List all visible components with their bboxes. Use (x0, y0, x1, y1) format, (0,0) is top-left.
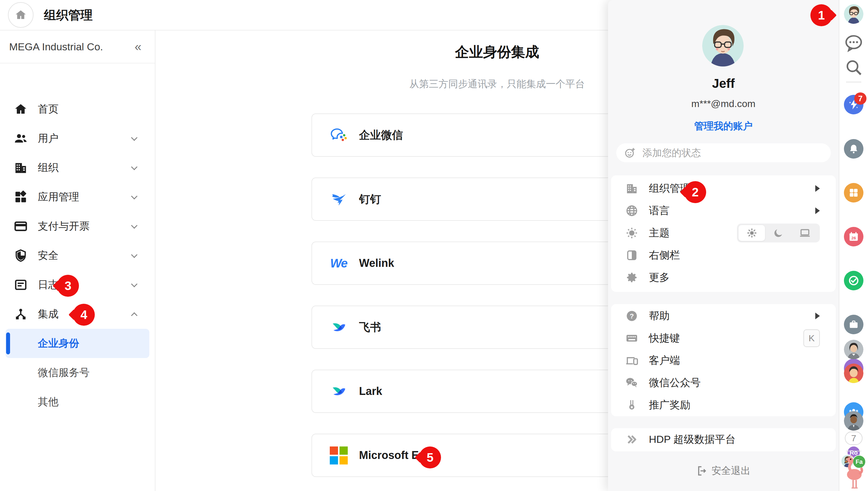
devices-icon (625, 354, 639, 367)
rail-apps-button[interactable] (844, 183, 863, 202)
sidebar-subitem-label: 企业身份 (38, 336, 79, 350)
card-label: 钉钉 (359, 192, 381, 207)
annotation-marker-1: 1 (810, 4, 832, 26)
panel-help-card: ? 帮助 快捷键 K 客户端 微信公众号 推广奖励 (611, 304, 836, 416)
collapse-sidebar-icon[interactable]: « (135, 40, 142, 53)
log-icon (13, 278, 28, 292)
menu-item-more[interactable]: 更多 (611, 266, 836, 289)
menu-item-org-management[interactable]: 组织管理 (611, 177, 836, 199)
sidebar-nav: 首页 用户 组织 应用管理 支付与开票 安全 日志 (0, 94, 155, 416)
chevron-down-icon (131, 281, 137, 287)
chevron-right-icon (815, 185, 820, 192)
sidebar: MEGA Industrial Co. « 首页 用户 组织 应用管理 支付与开… (0, 30, 155, 491)
apps-icon (13, 190, 28, 204)
welink-logo-text: We (330, 257, 347, 270)
theme-dark-button[interactable] (765, 225, 792, 241)
rail-contact-avatar-boy[interactable] (844, 364, 863, 383)
menu-item-label: 语言 (649, 204, 670, 218)
menu-item-label: 推广奖励 (649, 398, 690, 412)
sidebar-item-organization[interactable]: 组织 (0, 153, 155, 182)
sidebar-subitem-enterprise-identity[interactable]: 企业身份 (5, 329, 149, 358)
menu-item-wechat-official[interactable]: 微信公众号 (611, 371, 836, 394)
rail-search-button[interactable] (844, 58, 863, 77)
gear-icon (625, 271, 639, 284)
menu-item-referral-rewards[interactable]: 推广奖励 (611, 394, 836, 416)
sidebar-item-label: 集成 (38, 307, 59, 321)
card-label: 企业微信 (359, 128, 403, 143)
menu-item-language[interactable]: 语言 (611, 199, 836, 222)
building-icon (625, 182, 639, 195)
help-icon: ? (625, 309, 639, 323)
right-rail: 7 26 Ro Ro Fa (839, 0, 868, 491)
integration-icon (13, 307, 28, 321)
rail-notifications-lightning-button[interactable]: 7 (844, 95, 863, 114)
chevron-up-icon (131, 312, 137, 318)
status-field[interactable] (616, 143, 831, 162)
sidebar-item-apps[interactable]: 应用管理 (0, 182, 155, 212)
credit-card-icon (13, 219, 28, 234)
theme-segmented-control (737, 224, 820, 242)
menu-item-hdp[interactable]: HDP 超级数据平台 (611, 428, 836, 451)
add-status-emoji-icon (624, 147, 636, 158)
svg-text:?: ? (630, 312, 634, 320)
wecom-icon (329, 126, 348, 145)
feishu-icon (329, 318, 348, 337)
menu-item-help[interactable]: ? 帮助 (611, 305, 836, 327)
manage-account-link[interactable]: 管理我的账户 (608, 120, 839, 133)
menu-item-shortcuts[interactable]: 快捷键 K (611, 327, 836, 349)
rail-briefcase-button[interactable] (844, 315, 863, 334)
dingtalk-icon (329, 190, 348, 209)
user-menu-panel: Jeff m***@md.com 管理我的账户 组织管理 语言 主题 (608, 0, 839, 491)
annotation-marker-3: 3 (57, 275, 79, 297)
card-label: Lark (359, 385, 382, 398)
status-input[interactable] (643, 147, 813, 158)
logout-label: 安全退出 (712, 464, 751, 478)
page-title: 组织管理 (44, 7, 93, 24)
sidebar-item-billing[interactable]: 支付与开票 (0, 212, 155, 241)
sidebar-item-label: 组织 (38, 161, 59, 175)
chevron-down-icon (131, 251, 137, 258)
rail-more-contacts-count[interactable]: 7 (845, 432, 863, 445)
sidebar-item-home[interactable]: 首页 (0, 94, 155, 124)
panel-hdp-card: HDP 超级数据平台 (611, 428, 836, 451)
rail-calendar-button[interactable]: 26 (844, 227, 863, 247)
rail-chat-button[interactable] (844, 33, 864, 53)
sidebar-item-label: 支付与开票 (38, 219, 90, 233)
sidebar-header: MEGA Industrial Co. « (0, 30, 155, 63)
card-label: Welink (359, 257, 394, 269)
annotation-marker-2: 2 (684, 181, 706, 203)
selected-indicator (6, 333, 10, 354)
rail-tasks-button[interactable] (844, 271, 863, 290)
chevron-down-icon (131, 193, 137, 199)
sidebar-item-security[interactable]: 安全 (0, 241, 155, 270)
sidebar-subitem-wechat-service[interactable]: 微信服务号 (0, 358, 155, 387)
rail-contact-avatar-woman[interactable] (844, 340, 863, 359)
logout-button[interactable]: 安全退出 (608, 464, 839, 478)
chevron-down-icon (131, 222, 137, 228)
menu-item-label: 更多 (649, 270, 670, 285)
chevron-down-icon (131, 134, 137, 141)
lark-icon (329, 382, 348, 401)
user-avatar (702, 25, 744, 66)
menu-item-clients[interactable]: 客户端 (611, 349, 836, 371)
sidebar-subitem-other[interactable]: 其他 (0, 387, 155, 416)
user-email: m***@md.com (608, 98, 839, 110)
chevron-right-icon (815, 313, 820, 319)
home-icon (14, 9, 27, 21)
sidebar-item-users[interactable]: 用户 (0, 124, 155, 153)
right-sidebar-icon (625, 249, 639, 262)
rail-contact-avatar-man[interactable] (844, 411, 863, 431)
rail-flamingo-sticker[interactable] (842, 456, 865, 490)
theme-light-button[interactable] (739, 225, 765, 241)
card-label: 飞书 (359, 320, 381, 335)
menu-item-right-sidebar[interactable]: 右侧栏 (611, 244, 836, 266)
rail-bell-button[interactable] (844, 139, 863, 158)
theme-system-button[interactable] (792, 225, 818, 241)
panel-menu-card: 组织管理 语言 主题 右侧栏 (611, 175, 836, 292)
rail-user-avatar[interactable] (844, 4, 863, 24)
menu-item-label: 主题 (649, 226, 670, 240)
home-button[interactable] (8, 2, 33, 28)
menu-item-label: 微信公众号 (649, 376, 701, 390)
double-chevron-icon (625, 433, 639, 446)
shield-icon (13, 248, 28, 263)
